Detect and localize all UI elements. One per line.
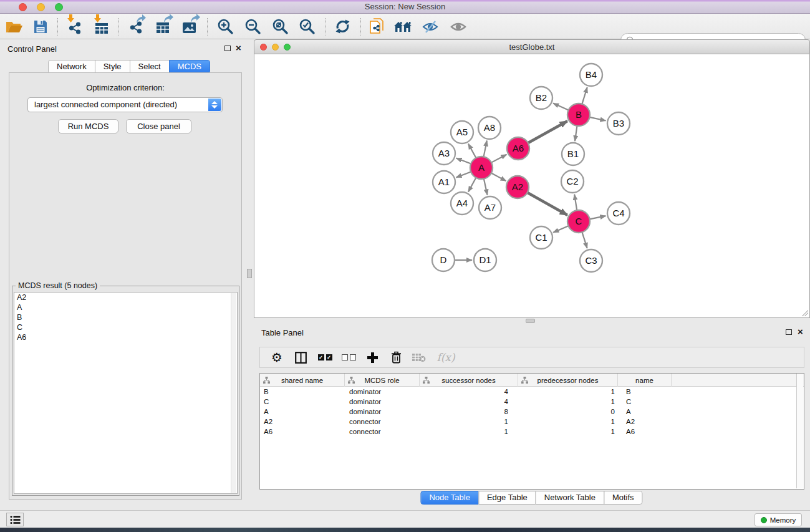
export-network-icon[interactable] [124,14,148,39]
node-B2[interactable]: B2 [530,87,552,109]
edge-B-B1[interactable] [575,126,577,141]
show-all-eye-icon[interactable] [446,14,470,39]
mcds-result-list[interactable]: A2ABCA6 [14,292,238,494]
hide-selected-eye-icon[interactable] [418,14,442,39]
zoom-out-icon[interactable] [241,14,264,39]
close-panel-icon[interactable]: × [236,42,241,53]
edge-B-B4[interactable] [582,87,587,104]
edge-A-A5[interactable] [468,143,476,158]
column-header-shared-name[interactable]: shared name [260,374,345,387]
task-history-button[interactable] [6,513,24,526]
edge-B-B3[interactable] [590,117,606,121]
network-canvas[interactable]: B4B2BB3A5A8A6B1A3AC2A1A2A4A7C4CC1C3DD1 [254,54,810,318]
node-A[interactable]: A [470,157,493,179]
node-C3[interactable]: C3 [580,249,602,272]
node-C4[interactable]: C4 [607,202,630,225]
edge-C-C4[interactable] [590,216,606,219]
run-mcds-button[interactable]: Run MCDS [58,119,118,133]
column-header-predecessor-nodes[interactable]: predecessor nodes [518,374,618,387]
node-C1[interactable]: C1 [530,226,552,249]
mcds-result-item[interactable]: A2 [14,293,237,302]
select-all-rows-icon[interactable]: ✓✓ [314,347,335,367]
open-session-icon[interactable] [2,14,26,39]
table-row-A2[interactable]: A2connector11A2 [260,417,672,427]
table-row-A6[interactable]: A6connector11A6 [260,427,672,437]
node-A3[interactable]: A3 [433,142,455,165]
node-A8[interactable]: A8 [478,117,501,139]
tab-edge-table[interactable]: Edge Table [478,491,536,505]
node-B1[interactable]: B1 [562,143,584,165]
edge-A2-C[interactable] [528,193,567,215]
node-C2[interactable]: C2 [561,170,584,193]
criterion-dropdown[interactable]: largest connected component (directed) [27,97,223,112]
import-network-icon[interactable] [63,14,87,39]
zoom-selected-icon[interactable] [295,14,319,39]
column-header-name[interactable]: name [618,374,672,387]
tab-motifs[interactable]: Motifs [604,491,643,505]
node-B4[interactable]: B4 [580,64,602,86]
tab-network-table[interactable]: Network Table [536,491,604,505]
new-session-from-network-icon[interactable] [365,14,389,39]
float-panel-icon[interactable] [786,329,792,335]
close-panel-icon[interactable]: × [798,326,803,337]
import-table-icon[interactable] [90,14,113,39]
edge-A-A6[interactable] [491,155,506,163]
node-table[interactable]: shared nameMCDS rolesuccessor nodesprede… [259,373,804,490]
mcds-result-item[interactable]: A6 [14,332,237,342]
vertical-split-handle[interactable] [247,269,252,278]
column-header-MCDS-role[interactable]: MCDS role [345,374,420,387]
home-view-icon[interactable] [392,14,415,39]
zoom-in-icon[interactable] [213,14,237,39]
table-row-B[interactable]: Bdominator41B [260,387,672,397]
save-session-icon[interactable] [29,14,52,39]
delete-row-trash-icon[interactable] [385,347,407,367]
edge-A6-B[interactable] [528,121,567,143]
refresh-layout-icon[interactable] [330,14,354,39]
export-image-icon[interactable] [177,14,201,39]
tab-style[interactable]: Style [95,60,130,74]
node-B[interactable]: B [567,104,590,126]
mcds-result-item[interactable]: C [14,322,237,332]
node-A7[interactable]: A7 [479,196,501,219]
edge-A-A2[interactable] [491,173,506,181]
node-A2[interactable]: A2 [506,176,529,198]
horizontal-split-handle[interactable] [526,319,535,323]
show-column-icon[interactable] [290,347,311,367]
edge-A-A8[interactable] [484,141,487,157]
edge-C-C1[interactable] [553,226,568,232]
node-A6[interactable]: A6 [507,137,529,160]
tab-mcds[interactable]: MCDS [169,60,210,74]
table-row-C[interactable]: Cdominator41C [260,397,672,407]
edge-A-A7[interactable] [484,179,488,195]
tab-network[interactable]: Network [48,60,95,74]
tab-select[interactable]: Select [130,60,170,74]
window-resize-grip[interactable] [801,309,808,316]
delete-table-icon[interactable] [408,347,430,367]
edge-A-A1[interactable] [456,172,471,177]
column-header-successor-nodes[interactable]: successor nodes [420,374,518,387]
edge-C-C2[interactable] [574,195,577,210]
edge-B-B2[interactable] [553,104,568,110]
export-table-icon[interactable] [151,14,175,39]
node-B3[interactable]: B3 [607,112,630,135]
add-row-icon[interactable] [362,347,383,367]
node-C[interactable]: C [567,210,590,233]
node-A1[interactable]: A1 [433,171,455,193]
deselect-all-rows-icon[interactable] [338,347,359,367]
table-row-A[interactable]: Adominator80A [260,407,672,417]
table-settings-gear-icon[interactable]: ⚙ [266,347,287,367]
result-scrollbar[interactable] [231,293,236,493]
close-panel-button[interactable]: Close panel [126,119,191,133]
function-builder-icon[interactable]: f(x) [433,347,459,367]
edge-A-A4[interactable] [468,178,476,192]
node-D1[interactable]: D1 [474,249,496,271]
node-A4[interactable]: A4 [451,192,473,215]
mcds-result-item[interactable]: B [14,312,237,322]
edge-C-C3[interactable] [582,232,587,248]
float-panel-icon[interactable] [224,46,231,51]
edge-A-A3[interactable] [456,158,471,164]
tab-node-table[interactable]: Node Table [420,491,479,505]
zoom-fit-icon[interactable] [268,14,292,39]
node-A5[interactable]: A5 [451,121,473,143]
mcds-result-item[interactable]: A [14,302,237,312]
